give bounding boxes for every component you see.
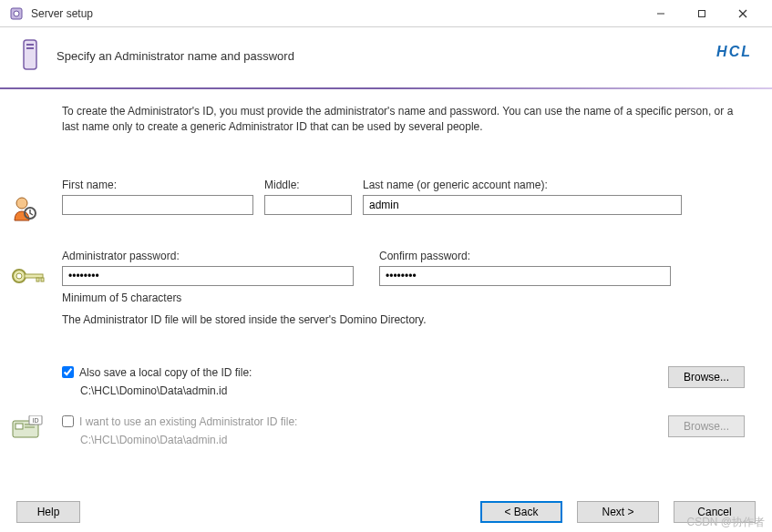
svg-rect-14	[36, 278, 39, 281]
key-icon	[11, 250, 62, 286]
svg-point-9	[16, 198, 27, 209]
use-existing-id-row: ID I want to use an existing Administrat…	[62, 415, 745, 446]
use-existing-id-checkbox[interactable]	[62, 415, 74, 427]
last-name-input[interactable]	[363, 195, 682, 215]
browse-local-copy-button[interactable]: Browse...	[668, 366, 745, 388]
watermark: CSDN @协作者	[686, 515, 765, 530]
password-row: Administrator password: Minimum of 5 cha…	[62, 250, 745, 304]
window-buttons	[640, 0, 763, 27]
help-button[interactable]: Help	[16, 501, 80, 523]
save-local-copy-checkbox[interactable]	[62, 366, 74, 378]
window-title: Server setup	[31, 7, 640, 20]
svg-text:ID: ID	[33, 417, 39, 424]
password-input[interactable]	[62, 266, 354, 286]
titlebar: Server setup	[0, 0, 772, 27]
svg-point-1	[14, 11, 19, 16]
svg-point-12	[16, 273, 22, 279]
first-name-label: First name:	[62, 179, 253, 191]
confirm-password-input[interactable]	[379, 266, 671, 286]
maximize-button[interactable]	[681, 0, 722, 27]
confirm-password-label: Confirm password:	[379, 250, 671, 262]
save-local-copy-label: Also save a local copy of the ID file:	[79, 366, 252, 379]
name-row: First name: Middle: Last name (or generi…	[62, 179, 745, 222]
storage-note: The Administrator ID file will be stored…	[62, 313, 745, 326]
password-label: Administrator password:	[62, 250, 354, 262]
server-tower-icon	[16, 36, 44, 75]
save-local-copy-path: C:\HCL\Domino\Data\admin.id	[80, 384, 626, 397]
page-title: Specify an Administrator name and passwo…	[57, 49, 294, 63]
wizard-footer: Help < Back Next > Cancel	[0, 501, 772, 523]
svg-rect-17	[15, 424, 23, 429]
brand-logo: HCL	[716, 44, 752, 60]
use-existing-id-path: C:\HCL\Domino\Data\admin.id	[80, 434, 626, 446]
intro-text: To create the Administrator's ID, you mu…	[62, 104, 745, 135]
last-name-label: Last name (or generic account name):	[363, 179, 682, 191]
svg-rect-15	[41, 278, 44, 281]
middle-name-label: Middle:	[264, 179, 352, 191]
save-local-copy-row: Also save a local copy of the ID file: C…	[62, 366, 745, 397]
user-icon	[11, 179, 62, 222]
use-existing-id-label: I want to use an existing Administrator …	[79, 415, 297, 428]
middle-name-input[interactable]	[264, 195, 352, 215]
app-icon	[9, 6, 24, 21]
browse-existing-id-button: Browse...	[668, 415, 745, 437]
svg-rect-13	[25, 274, 43, 278]
close-button[interactable]	[722, 0, 763, 27]
first-name-input[interactable]	[62, 195, 253, 215]
id-card-icon: ID	[11, 415, 62, 439]
svg-rect-8	[26, 47, 34, 49]
svg-rect-7	[26, 44, 34, 46]
minimize-button[interactable]	[640, 0, 681, 27]
svg-rect-3	[698, 10, 705, 16]
back-button[interactable]: < Back	[480, 501, 562, 523]
password-hint: Minimum of 5 characters	[62, 292, 354, 304]
content-area: To create the Administrator's ID, you mu…	[0, 89, 772, 446]
wizard-header: Specify an Administrator name and passwo…	[0, 27, 772, 87]
next-button[interactable]: Next >	[577, 501, 659, 523]
